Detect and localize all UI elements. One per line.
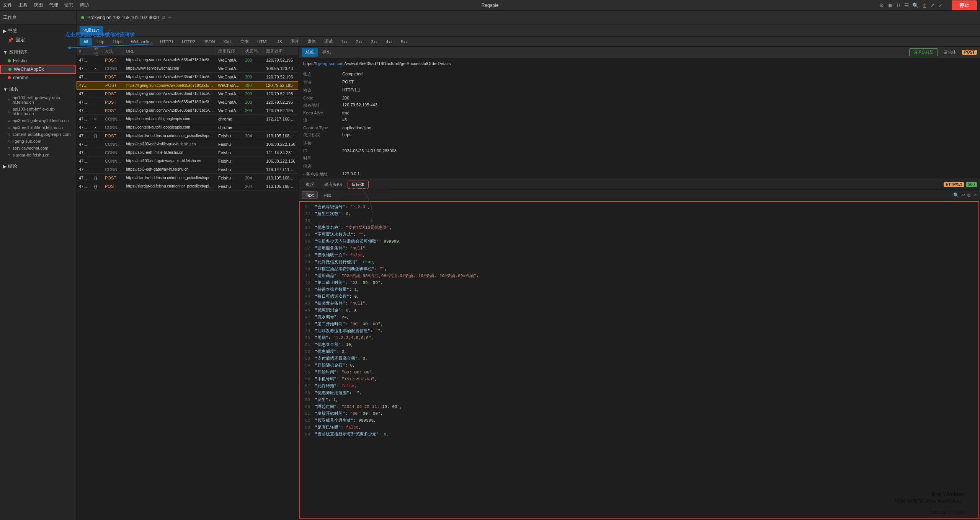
resp-copy-icon[interactable]: ⧉ bbox=[967, 192, 971, 198]
line-number: 50 bbox=[303, 334, 315, 341]
type-image[interactable]: 图片 bbox=[287, 37, 303, 46]
table-row[interactable]: 47... CONN... https://api3-eeft-imfile-h… bbox=[77, 148, 298, 157]
icon-settings[interactable]: ⚙ bbox=[879, 2, 884, 8]
menu-help[interactable]: 帮助 bbox=[80, 2, 89, 8]
type-json[interactable]: JSON bbox=[200, 38, 219, 46]
domain-item-5[interactable]: ○ l.geng-sun.com bbox=[0, 138, 76, 145]
type-js[interactable]: JS bbox=[273, 38, 286, 46]
type-websocket[interactable]: Websocket bbox=[127, 38, 155, 46]
domain-item-2[interactable]: ○ api3-eeft-gateway-hl.feishu.cn bbox=[0, 117, 76, 124]
sidebar-section-apps[interactable]: ▼ 应用程序 bbox=[0, 47, 76, 57]
line-number: 34 bbox=[303, 224, 315, 231]
tab-capture[interactable]: 抓包 bbox=[318, 48, 335, 57]
proxy-settings-icon[interactable]: ✏ bbox=[168, 15, 172, 20]
proxy-status-dot bbox=[81, 16, 84, 19]
table-row[interactable]: 47... × CONN... https://content-autofill… bbox=[77, 115, 298, 123]
type-4xx[interactable]: 4xx bbox=[382, 38, 396, 46]
resp-tab-body[interactable]: 应应体 bbox=[348, 181, 369, 189]
resp-tab-headers[interactable]: 确应头(0) bbox=[320, 181, 346, 189]
icon-export[interactable]: ↗ bbox=[930, 2, 935, 8]
sidebar-item-fixed[interactable]: 📌 固定 bbox=[0, 36, 76, 44]
type-5xx[interactable]: 5xx bbox=[397, 38, 411, 46]
response-line: 50"周期": "1,2,3,4,5,6,0", bbox=[303, 334, 975, 341]
menu-proxy[interactable]: 代理 bbox=[49, 2, 58, 8]
type-all[interactable]: All bbox=[80, 38, 92, 46]
type-debug[interactable]: 调试 bbox=[320, 37, 336, 46]
icon-record[interactable]: ⏺ bbox=[887, 2, 893, 8]
type-xml[interactable]: XML bbox=[219, 38, 236, 46]
response-line: 56"手机号码": "15173532798", bbox=[303, 376, 975, 383]
type-text[interactable]: 文本 bbox=[237, 37, 253, 46]
domain-item-7[interactable]: ○ slardar-bd.feishu.cn bbox=[0, 152, 76, 158]
tab-add[interactable]: + bbox=[104, 27, 114, 34]
sidebar-section-domains[interactable]: ▼ 域名 bbox=[0, 85, 76, 94]
table-row[interactable]: 47... POST https://l.geng-sun.com/wx/wxb… bbox=[77, 98, 298, 106]
type-1xx[interactable]: 1xx bbox=[337, 38, 351, 46]
menu-cert[interactable]: 证书 bbox=[64, 2, 74, 8]
icon-filter[interactable]: ☰ bbox=[904, 2, 909, 8]
domain-item-4[interactable]: ○ content-autofill.googleapis.com bbox=[0, 131, 76, 138]
menu-file[interactable]: 文件 bbox=[3, 2, 12, 8]
table-row[interactable]: 47... POST https://l.geng-sun.com/wx/wxb… bbox=[77, 90, 298, 98]
domain-item-0[interactable]: ○ api100-eeft-gateway-quic-hl.feishu.cn bbox=[0, 94, 76, 106]
type-media[interactable]: 媒体 bbox=[304, 37, 320, 46]
line-number: 54 bbox=[303, 362, 315, 369]
line-content: "适用服务条件": "null", bbox=[315, 245, 975, 252]
resp-search-icon[interactable]: 🔍 bbox=[953, 192, 959, 198]
type-http1[interactable]: HTTP1 bbox=[156, 38, 177, 46]
tab-request-body[interactable]: 请求体 bbox=[939, 48, 960, 56]
feishu-label: Feishu bbox=[13, 58, 27, 64]
table-row[interactable]: 47... CONN... https://api100-eeft-gatewa… bbox=[77, 157, 298, 165]
table-row[interactable]: 47... POST https://l.geng-sun.com/wx/wxb… bbox=[77, 73, 298, 81]
type-http2[interactable]: HTTP2 bbox=[178, 38, 199, 46]
sidebar-item-wechatappex[interactable]: WeChatAppEx bbox=[0, 65, 76, 74]
resp-tab-overview[interactable]: 概况 bbox=[302, 181, 318, 189]
tab-traffic[interactable]: 流量(17) bbox=[80, 26, 103, 35]
type-https[interactable]: Https bbox=[109, 38, 126, 46]
type-http[interactable]: Http bbox=[93, 38, 108, 46]
menu-view[interactable]: 视图 bbox=[34, 2, 43, 8]
type-3xx[interactable]: 3xx bbox=[367, 38, 381, 46]
table-row[interactable]: 47... × CONN... https://www.servicewecha… bbox=[77, 64, 298, 73]
sidebar-section-conclusions[interactable]: ▶ 结论 bbox=[0, 161, 76, 171]
resp-format-text[interactable]: Text bbox=[302, 191, 318, 199]
table-row[interactable]: 47... × CONN... https://content-autofill… bbox=[77, 123, 298, 132]
tab-overview[interactable]: 总览 bbox=[302, 48, 318, 57]
response-line: 34"优惠券名称": "支付赠送10元优惠券", bbox=[303, 224, 975, 231]
table-row[interactable]: 47... POST https://l.geng-sun.com/wx/wxb… bbox=[77, 56, 298, 64]
table-row[interactable]: 47... {} POST https://slardar-bd.feishu.… bbox=[77, 182, 298, 191]
icon-clear[interactable]: 🗑 bbox=[922, 2, 927, 8]
icon-import[interactable]: ↙ bbox=[938, 2, 942, 8]
line-content: "会员等级编号": "1,2,3", bbox=[315, 204, 975, 210]
sidebar-section-bookmarks[interactable]: ▶ 书签 bbox=[0, 26, 76, 36]
table-row[interactable]: 47... POST https://l.geng-sun.com/wx/wxb… bbox=[77, 106, 298, 115]
table-row[interactable]: 47... CONN... https://api3-eeft-gateway-… bbox=[77, 165, 298, 174]
sidebar: 工作台 ▶ 书签 📌 固定 ▼ 应用程序 Feishu bbox=[0, 11, 77, 520]
resp-export-icon[interactable]: ↗ bbox=[973, 192, 977, 198]
table-row-active[interactable]: 47... POST https://l.geng-sun.com/wx/wxb… bbox=[77, 81, 298, 90]
line-number: 44 bbox=[303, 293, 315, 300]
proxy-copy-icon[interactable]: ⧉ bbox=[162, 15, 165, 20]
tab-request-headers[interactable]: 请求头(15) bbox=[909, 48, 938, 56]
domain-item-1[interactable]: ○ api100-eeft-imfile-quic-hl.feishu.cn bbox=[0, 106, 76, 117]
icon-pause[interactable]: ⏸ bbox=[896, 2, 901, 8]
stop-button[interactable]: 停止 bbox=[952, 0, 977, 10]
sidebar-item-feishu[interactable]: Feishu bbox=[0, 57, 76, 65]
menu-tools[interactable]: 工具 bbox=[18, 2, 28, 8]
type-2xx[interactable]: 2xx bbox=[352, 38, 366, 46]
resp-format-hex[interactable]: Hex bbox=[319, 191, 335, 199]
domain-item-6[interactable]: ○ servicewechat.com bbox=[0, 145, 76, 152]
domain-dot-3: ○ bbox=[8, 125, 10, 130]
resp-wrap-icon[interactable]: ↩ bbox=[961, 192, 965, 198]
sidebar-item-chrome[interactable]: chrome bbox=[0, 74, 76, 82]
table-row[interactable]: 47... CONN... https://api100-eeft-imfile… bbox=[77, 140, 298, 148]
table-row[interactable]: 47... {} POST https://slardar-bd.feishu.… bbox=[77, 174, 298, 182]
icon-search[interactable]: 🔍 bbox=[912, 2, 919, 8]
line-content: "优惠额度": 0, bbox=[315, 348, 975, 355]
type-html[interactable]: HTML bbox=[253, 38, 273, 46]
domain-item-3[interactable]: ○ api3-eeft-imfile-hl.feishu.cn bbox=[0, 124, 76, 131]
table-row[interactable]: 47... {} POST https://slardar-bd.feishu.… bbox=[77, 132, 298, 140]
response-line: 47"流水编号": 24, bbox=[303, 314, 975, 321]
line-number: 40 bbox=[303, 266, 315, 272]
line-number: 55 bbox=[303, 369, 315, 376]
